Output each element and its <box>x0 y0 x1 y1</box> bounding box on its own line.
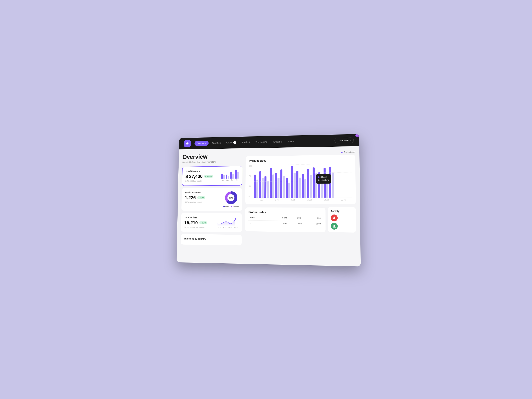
orders-info: Total Orders 15,210 + 5,6% 10,056 users … <box>184 216 208 229</box>
bottom-row: Product sales Name Stock Sold Price ... … <box>245 207 356 233</box>
product-price: $140 <box>306 222 321 225</box>
main-content: Overview Detailed information about your… <box>177 146 361 266</box>
bar <box>237 172 239 178</box>
donut-chart: 63% <box>225 191 238 204</box>
product-sold: 1 453 <box>292 222 306 225</box>
product-table-card: Product sales Name Stock Sold Price ... … <box>245 208 325 232</box>
donut-chart-area: 63% Man Woman 37% <box>223 191 239 208</box>
left-panel: Overview Detailed information about your… <box>180 153 242 259</box>
svg-text:63%: 63% <box>229 197 233 199</box>
revenue-mini-chart: Apr May Jun <box>221 170 239 181</box>
dashboard-window: Overview Analytics Order 1 Product Trans… <box>177 134 361 266</box>
bar <box>226 175 227 178</box>
revenue-card: Total Revenue $ 27,430 + 12,3% $ 24,000 … <box>182 166 242 186</box>
right-panel: Product sold Product Sales 100 75 50 0 <box>241 151 356 261</box>
avatar <box>331 215 338 221</box>
orders-sub: 10,056 users last month <box>184 226 207 229</box>
top-sales-card: Top sales by country <box>181 234 242 246</box>
nav-item-overview[interactable]: Overview <box>195 141 209 146</box>
nav-item-product[interactable]: Product <box>239 140 252 145</box>
svg-point-5 <box>334 217 335 218</box>
bar <box>232 174 234 178</box>
nav-items: Overview Analytics Order 1 Product Trans… <box>195 138 335 146</box>
col-stock-header: Stock <box>278 217 292 219</box>
nav-item-users[interactable]: Users <box>286 139 297 144</box>
donut-legend: Man Woman <box>223 205 239 208</box>
man-legend: Man <box>225 205 229 208</box>
x-labels: 1 Jul 5 Jul 9 Jul 14 Jul 18 Jul 22 Jul <box>248 199 352 201</box>
revenue-info: Total Revenue $ 27,430 + 12,3% $ 24,000 … <box>185 170 213 182</box>
activity-avatars <box>331 215 353 230</box>
orders-label: Total Orders <box>184 216 208 219</box>
customer-sub: 567 users last month <box>185 201 205 204</box>
logo[interactable] <box>184 140 191 147</box>
avatar <box>331 223 338 230</box>
chart-top-legend: Product sold <box>246 151 355 155</box>
customer-info: Total Customer 1,226 + 2,2% 567 users la… <box>185 191 205 203</box>
product-stock: 100 <box>278 222 292 225</box>
bar <box>228 176 229 179</box>
legend-label: Product sold <box>344 151 355 153</box>
nav-item-order[interactable]: Order 1 <box>224 140 239 146</box>
col-sold-header: Sold <box>292 217 306 219</box>
table-row: ... 100 1 453 $140 <box>248 221 322 226</box>
svg-point-6 <box>334 225 335 226</box>
chart-wrapper: 100 75 50 0 <box>248 164 352 201</box>
chart-tooltip: 84 sold 11 return <box>316 174 331 184</box>
nav-item-shipping[interactable]: Shipping <box>271 139 285 145</box>
bar-chart-bars: 84 sold 11 return <box>248 164 352 198</box>
orders-mini-chart: 1 Jul8 Jul16 Jul25 Jul <box>217 216 239 228</box>
page-subtitle: Detailed information about your store <box>182 160 243 163</box>
revenue-badge: + 12,3% <box>204 175 213 178</box>
customer-card: Total Customer 1,226 + 2,2% 567 users la… <box>181 188 242 211</box>
customer-value: 1,226 + 2,2% <box>185 195 205 200</box>
bar <box>223 175 225 179</box>
top-sales-label: Top sales by country <box>184 237 206 241</box>
activity-panel: Activity <box>328 207 356 233</box>
star-icon <box>185 142 189 146</box>
time-filter-button[interactable]: This month ▾ <box>335 138 354 144</box>
chevron-down-icon: ▾ <box>349 139 351 141</box>
svg-point-4 <box>235 218 236 220</box>
nav-item-transaction[interactable]: Transaction <box>253 139 270 145</box>
col-price-header: Price <box>306 217 321 219</box>
revenue-sub: $ 24,000 last month <box>185 180 213 182</box>
woman-legend: Woman <box>233 206 239 208</box>
table-header: Name Stock Sold Price <box>248 216 322 219</box>
bar <box>235 170 237 178</box>
bar <box>221 174 223 178</box>
order-badge: 1 <box>233 141 236 144</box>
customer-label: Total Customer <box>185 191 205 194</box>
product-name: ... <box>250 222 278 225</box>
revenue-label: Total Revenue <box>185 170 213 173</box>
table-title: Product sales <box>248 211 322 214</box>
product-sales-title: Product Sales <box>249 158 352 162</box>
orders-value: 15,210 + 5,6% <box>184 220 207 226</box>
orders-card: Total Orders 15,210 + 5,6% 10,056 users … <box>181 213 242 233</box>
product-sales-chart-card: Product Sales 100 75 50 0 <box>245 155 356 204</box>
orders-badge: + 5,6% <box>199 221 208 224</box>
activity-title: Activity <box>331 210 353 212</box>
revenue-value: $ 27,430 + 12,3% <box>185 174 213 179</box>
legend-dot <box>341 152 342 153</box>
customer-badge: + 2,2% <box>197 196 205 199</box>
nav-item-analytics[interactable]: Analytics <box>209 140 223 146</box>
bar <box>230 172 232 178</box>
col-name-header: Name <box>250 216 278 219</box>
page-title: Overview <box>182 153 243 160</box>
